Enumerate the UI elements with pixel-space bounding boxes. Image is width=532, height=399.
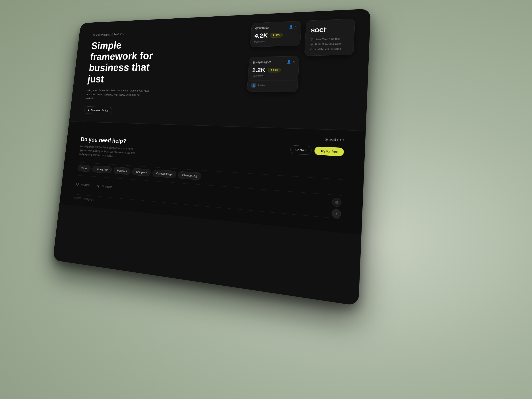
badge-icon-1: ⬆ bbox=[272, 34, 275, 37]
phone-mockups-container: @nbpranav 👤 ✕ 4.2K ⬆ bbox=[247, 19, 355, 92]
nav-pill-features[interactable]: Features bbox=[113, 167, 131, 175]
brand-card: soci● ⏱ Save Time & be fast ⊞ Build Netw… bbox=[304, 19, 355, 56]
card-actions-2: 👤 ✕ bbox=[287, 60, 295, 64]
badge-value-2: 50% bbox=[273, 69, 279, 71]
gear-icon: ⚙ bbox=[93, 34, 95, 37]
stat-label-2: Followers bbox=[252, 74, 294, 78]
phone-card-1-header: @nbpranav 👤 ✕ bbox=[255, 25, 298, 30]
whatsapp-link[interactable]: ◎ Whatsapp bbox=[96, 184, 113, 189]
mail-us-link[interactable]: ✉ Mail Us › bbox=[325, 137, 344, 143]
help-section: Do you need help? We will provide detail… bbox=[79, 136, 344, 172]
footer-section: ✉ Mail Us › Do you need help? We will pr… bbox=[59, 121, 366, 234]
clock-icon: ⏱ bbox=[310, 38, 314, 41]
close-icon-1[interactable]: ✕ bbox=[294, 25, 298, 28]
network-icon: ⊞ bbox=[310, 43, 313, 46]
try-free-button[interactable]: Try for free bbox=[314, 146, 344, 156]
brand-logo-text: soci bbox=[310, 25, 325, 34]
download-btn-label: Download for ios bbox=[91, 109, 108, 112]
brand-feature-1: ⏱ Save Time & be fast bbox=[310, 37, 349, 41]
phone-cards-group: @nbpranav 👤 ✕ 4.2K ⬆ bbox=[247, 21, 301, 92]
chevron-right-icon: › bbox=[343, 138, 344, 143]
nav-pill-pricing[interactable]: Pricing Plan bbox=[92, 165, 112, 174]
whatsapp-label: Whatsapp bbox=[101, 185, 112, 189]
download-ios-button[interactable]: ⬇ Download for ios bbox=[84, 106, 112, 114]
help-title: Do you need help? bbox=[81, 136, 140, 146]
stat-number-1: 4.2K ⬆ 50% bbox=[254, 31, 297, 39]
username-1: @nbpranav bbox=[255, 26, 269, 30]
phone-card-2: @tuffydesigner 👤 ✕ 1.2K ⬆ bbox=[247, 56, 299, 92]
mail-icon: ✉ bbox=[325, 137, 328, 141]
brand-feature-3-text: And Repeat the same bbox=[315, 47, 341, 51]
card-actions-1: 👤 ✕ bbox=[289, 25, 298, 29]
brand-logo: soci● bbox=[310, 24, 350, 34]
brand-feature-3: ↺ And Repeat the same bbox=[310, 47, 348, 51]
stat-value-1: 4.2K bbox=[254, 32, 268, 39]
stat-number-2: 1.2K ⬆ 50% bbox=[252, 66, 295, 74]
avatar-1: 👤 bbox=[251, 83, 257, 88]
tag-line-text: Our Products & Features bbox=[96, 32, 124, 37]
nav-pill-company[interactable]: Company bbox=[132, 168, 151, 177]
hero-section: ⚙ Our Products & Features Simple framewo… bbox=[69, 9, 371, 131]
brand-features-list: ⏱ Save Time & be fast ⊞ Build Network & … bbox=[310, 37, 349, 51]
brand-feature-2: ⊞ Build Network & Conn bbox=[310, 42, 349, 46]
nav-pill-careers[interactable]: Careers Page bbox=[152, 169, 177, 178]
phone-card-1: @nbpranav 👤 ✕ 4.2K ⬆ bbox=[250, 21, 301, 47]
download-icon: ⬇ bbox=[88, 109, 90, 112]
desktop-background: ⚙ Our Products & Features Simple framewo… bbox=[0, 0, 532, 399]
repeat-icon: ↺ bbox=[310, 48, 313, 51]
device: ⚙ Our Products & Features Simple framewo… bbox=[53, 9, 371, 306]
device-wrapper: ⚙ Our Products & Features Simple framewo… bbox=[53, 9, 371, 306]
instagram-icon: ⬡ bbox=[76, 182, 80, 186]
hero-title: Simple framework for business that just bbox=[87, 38, 165, 85]
badge-2: ⬆ 50% bbox=[267, 68, 281, 72]
person-icon-1: 👤 bbox=[289, 25, 293, 29]
instagram-label: Instagram bbox=[81, 183, 91, 187]
brand-logo-dot: ● bbox=[325, 27, 326, 30]
close-icon-2[interactable]: ✕ bbox=[292, 60, 295, 63]
stat-label-1: Followers bbox=[254, 39, 297, 44]
username-2: @tuffydesigner bbox=[253, 61, 271, 64]
avatar-text: Profile bbox=[258, 84, 265, 87]
whatsapp-icon: ◎ bbox=[96, 184, 100, 188]
phone-card-2-header: @tuffydesigner 👤 ✕ bbox=[253, 60, 295, 64]
badge-value-1: 50% bbox=[275, 34, 280, 37]
screen: ⚙ Our Products & Features Simple framewo… bbox=[53, 9, 371, 306]
brand-feature-2-text: Build Network & Conn bbox=[315, 42, 342, 46]
avatar-row: 👤 Profile bbox=[251, 80, 294, 88]
instagram-link[interactable]: ⬡ Instagram bbox=[76, 182, 91, 187]
scroll-up-button[interactable]: ↑ bbox=[331, 209, 341, 219]
help-left: Do you need help? We will provide detail… bbox=[79, 136, 140, 160]
hero-description: Using socio framer template now you can … bbox=[85, 89, 150, 101]
badge-icon-2: ⬆ bbox=[270, 69, 272, 71]
help-right: Contact Try for free bbox=[290, 145, 344, 157]
badge-1: ⬆ 50% bbox=[270, 32, 283, 38]
contact-button[interactable]: Contact bbox=[290, 145, 312, 155]
nav-pill-home[interactable]: Home bbox=[77, 164, 91, 172]
brand-feature-1-text: Save Time & be fast bbox=[316, 38, 340, 41]
mail-us-text: Mail Us bbox=[329, 138, 341, 142]
person-icon-2: 👤 bbox=[287, 60, 291, 64]
nav-pill-changelog[interactable]: Change Log bbox=[178, 171, 201, 180]
social-row: ⬡ Instagram ◎ Whatsapp bbox=[76, 182, 113, 189]
stat-value-2: 1.2K bbox=[252, 66, 266, 74]
whatsapp-float-button[interactable]: ◎ bbox=[332, 197, 342, 207]
float-actions: ◎ ↑ bbox=[331, 197, 342, 219]
help-description: We will provide detailed information abo… bbox=[79, 145, 139, 160]
